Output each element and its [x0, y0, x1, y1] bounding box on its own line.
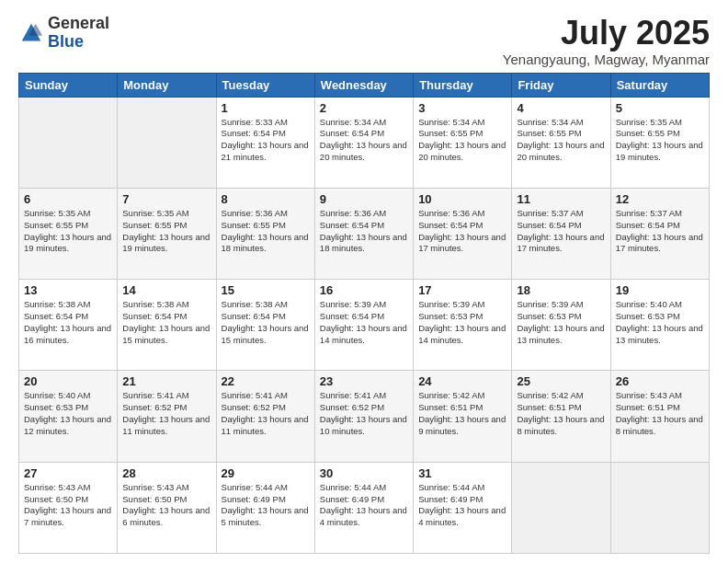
calendar-cell [610, 462, 709, 553]
day-info: Sunrise: 5:44 AM Sunset: 6:49 PM Dayligh… [222, 482, 310, 529]
day-info: Sunrise: 5:35 AM Sunset: 6:55 PM Dayligh… [24, 208, 112, 255]
day-number: 4 [517, 101, 605, 115]
calendar-cell: 20Sunrise: 5:40 AM Sunset: 6:53 PM Dayli… [19, 371, 118, 462]
page: General Blue July 2025 Yenangyaung, Magw… [0, 0, 728, 563]
calendar-cell [19, 97, 118, 188]
day-number: 1 [222, 101, 310, 115]
col-sunday: Sunday [19, 73, 118, 97]
calendar-cell: 26Sunrise: 5:43 AM Sunset: 6:51 PM Dayli… [610, 371, 709, 462]
day-info: Sunrise: 5:44 AM Sunset: 6:49 PM Dayligh… [320, 482, 408, 529]
logo: General Blue [18, 15, 109, 52]
logo-icon [18, 20, 44, 46]
day-info: Sunrise: 5:35 AM Sunset: 6:55 PM Dayligh… [616, 117, 704, 164]
calendar-cell: 31Sunrise: 5:44 AM Sunset: 6:49 PM Dayli… [414, 462, 512, 553]
day-number: 21 [122, 374, 210, 388]
day-number: 22 [222, 374, 310, 388]
day-info: Sunrise: 5:38 AM Sunset: 6:54 PM Dayligh… [24, 299, 112, 346]
header: General Blue July 2025 Yenangyaung, Magw… [18, 15, 710, 67]
calendar-cell: 1Sunrise: 5:33 AM Sunset: 6:54 PM Daylig… [216, 97, 314, 188]
calendar-cell: 3Sunrise: 5:34 AM Sunset: 6:55 PM Daylig… [414, 97, 512, 188]
calendar-cell: 6Sunrise: 5:35 AM Sunset: 6:55 PM Daylig… [19, 188, 118, 279]
calendar-cell: 28Sunrise: 5:43 AM Sunset: 6:50 PM Dayli… [118, 462, 216, 553]
day-number: 17 [418, 283, 506, 297]
col-thursday: Thursday [414, 73, 512, 97]
calendar-cell: 4Sunrise: 5:34 AM Sunset: 6:55 PM Daylig… [512, 97, 610, 188]
day-number: 29 [222, 466, 310, 480]
day-number: 3 [418, 101, 506, 115]
calendar-cell: 23Sunrise: 5:41 AM Sunset: 6:52 PM Dayli… [314, 371, 413, 462]
day-info: Sunrise: 5:36 AM Sunset: 6:54 PM Dayligh… [320, 208, 408, 255]
day-number: 16 [320, 283, 408, 297]
day-info: Sunrise: 5:39 AM Sunset: 6:53 PM Dayligh… [418, 299, 506, 346]
day-info: Sunrise: 5:39 AM Sunset: 6:53 PM Dayligh… [517, 299, 605, 346]
logo-general-text: General [48, 15, 109, 33]
col-tuesday: Tuesday [216, 73, 314, 97]
day-info: Sunrise: 5:40 AM Sunset: 6:53 PM Dayligh… [616, 299, 704, 346]
day-number: 24 [418, 374, 506, 388]
day-number: 15 [222, 283, 310, 297]
day-info: Sunrise: 5:43 AM Sunset: 6:50 PM Dayligh… [122, 482, 210, 529]
day-number: 12 [616, 192, 704, 206]
col-saturday: Saturday [610, 73, 709, 97]
day-number: 19 [616, 283, 704, 297]
calendar-week-row: 27Sunrise: 5:43 AM Sunset: 6:50 PM Dayli… [19, 462, 710, 553]
calendar-cell [512, 462, 610, 553]
day-info: Sunrise: 5:33 AM Sunset: 6:54 PM Dayligh… [222, 117, 310, 164]
col-monday: Monday [118, 73, 216, 97]
subtitle: Yenangyaung, Magway, Myanmar [503, 52, 710, 67]
day-info: Sunrise: 5:42 AM Sunset: 6:51 PM Dayligh… [418, 390, 506, 437]
day-info: Sunrise: 5:38 AM Sunset: 6:54 PM Dayligh… [222, 299, 310, 346]
day-info: Sunrise: 5:41 AM Sunset: 6:52 PM Dayligh… [222, 390, 310, 437]
day-number: 20 [24, 374, 112, 388]
title-block: July 2025 Yenangyaung, Magway, Myanmar [503, 15, 710, 67]
day-number: 23 [320, 374, 408, 388]
day-number: 7 [122, 192, 210, 206]
calendar-table: Sunday Monday Tuesday Wednesday Thursday… [18, 73, 710, 554]
calendar-week-row: 13Sunrise: 5:38 AM Sunset: 6:54 PM Dayli… [19, 280, 710, 371]
calendar-week-row: 20Sunrise: 5:40 AM Sunset: 6:53 PM Dayli… [19, 371, 710, 462]
main-title: July 2025 [503, 15, 710, 52]
day-info: Sunrise: 5:36 AM Sunset: 6:55 PM Dayligh… [222, 208, 310, 255]
calendar-week-row: 1Sunrise: 5:33 AM Sunset: 6:54 PM Daylig… [19, 97, 710, 188]
day-number: 30 [320, 466, 408, 480]
calendar-cell [118, 97, 216, 188]
day-info: Sunrise: 5:43 AM Sunset: 6:51 PM Dayligh… [616, 390, 704, 437]
calendar-cell: 25Sunrise: 5:42 AM Sunset: 6:51 PM Dayli… [512, 371, 610, 462]
day-info: Sunrise: 5:34 AM Sunset: 6:55 PM Dayligh… [418, 117, 506, 164]
day-number: 27 [24, 466, 112, 480]
calendar-cell: 8Sunrise: 5:36 AM Sunset: 6:55 PM Daylig… [216, 188, 314, 279]
day-number: 14 [122, 283, 210, 297]
calendar-cell: 2Sunrise: 5:34 AM Sunset: 6:54 PM Daylig… [314, 97, 413, 188]
day-info: Sunrise: 5:34 AM Sunset: 6:55 PM Dayligh… [517, 117, 605, 164]
calendar-cell: 18Sunrise: 5:39 AM Sunset: 6:53 PM Dayli… [512, 280, 610, 371]
day-number: 10 [418, 192, 506, 206]
calendar-cell: 11Sunrise: 5:37 AM Sunset: 6:54 PM Dayli… [512, 188, 610, 279]
day-info: Sunrise: 5:42 AM Sunset: 6:51 PM Dayligh… [517, 390, 605, 437]
day-number: 5 [616, 101, 704, 115]
day-info: Sunrise: 5:37 AM Sunset: 6:54 PM Dayligh… [616, 208, 704, 255]
day-info: Sunrise: 5:35 AM Sunset: 6:55 PM Dayligh… [122, 208, 210, 255]
day-info: Sunrise: 5:44 AM Sunset: 6:49 PM Dayligh… [418, 482, 506, 529]
day-info: Sunrise: 5:41 AM Sunset: 6:52 PM Dayligh… [320, 390, 408, 437]
calendar-cell: 19Sunrise: 5:40 AM Sunset: 6:53 PM Dayli… [610, 280, 709, 371]
calendar-cell: 14Sunrise: 5:38 AM Sunset: 6:54 PM Dayli… [118, 280, 216, 371]
day-number: 18 [517, 283, 605, 297]
day-number: 11 [517, 192, 605, 206]
day-number: 8 [222, 192, 310, 206]
day-number: 9 [320, 192, 408, 206]
calendar-cell: 21Sunrise: 5:41 AM Sunset: 6:52 PM Dayli… [118, 371, 216, 462]
calendar-cell: 15Sunrise: 5:38 AM Sunset: 6:54 PM Dayli… [216, 280, 314, 371]
day-number: 26 [616, 374, 704, 388]
calendar-cell: 22Sunrise: 5:41 AM Sunset: 6:52 PM Dayli… [216, 371, 314, 462]
day-number: 31 [418, 466, 506, 480]
day-number: 6 [24, 192, 112, 206]
calendar-cell: 29Sunrise: 5:44 AM Sunset: 6:49 PM Dayli… [216, 462, 314, 553]
day-number: 2 [320, 101, 408, 115]
calendar-cell: 24Sunrise: 5:42 AM Sunset: 6:51 PM Dayli… [414, 371, 512, 462]
calendar-cell: 12Sunrise: 5:37 AM Sunset: 6:54 PM Dayli… [610, 188, 709, 279]
calendar-week-row: 6Sunrise: 5:35 AM Sunset: 6:55 PM Daylig… [19, 188, 710, 279]
calendar-cell: 27Sunrise: 5:43 AM Sunset: 6:50 PM Dayli… [19, 462, 118, 553]
day-info: Sunrise: 5:36 AM Sunset: 6:54 PM Dayligh… [418, 208, 506, 255]
day-info: Sunrise: 5:40 AM Sunset: 6:53 PM Dayligh… [24, 390, 112, 437]
day-info: Sunrise: 5:39 AM Sunset: 6:54 PM Dayligh… [320, 299, 408, 346]
